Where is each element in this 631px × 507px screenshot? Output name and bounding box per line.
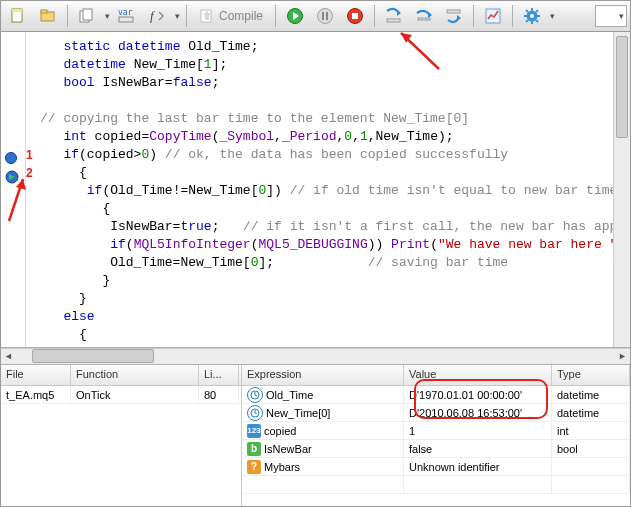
step-out-button[interactable] [440,2,468,30]
svg-rect-18 [425,18,430,20]
svg-rect-1 [12,9,22,12]
cell-expression: bIsNewBar [242,440,404,458]
cell-type: int [552,422,630,440]
editor-vertical-scrollbar[interactable] [613,32,630,346]
watch-pane: Expression Value Type Old_TimeD'1970.01.… [242,365,630,506]
settings-dropdown-arrow[interactable]: ▾ [548,11,556,21]
debug-panels: File Function Li... t_EA.mq5OnTick80 Exp… [1,364,630,506]
svg-line-27 [526,10,528,12]
cell-line: 80 [199,386,239,404]
svg-rect-13 [326,12,328,20]
call-stack-body[interactable]: t_EA.mq5OnTick80 [1,386,241,506]
svg-rect-5 [83,9,92,20]
toolbar-separator [186,5,187,27]
toolbar-separator [275,5,276,27]
watch-row-empty[interactable] [242,476,630,494]
watch-row[interactable]: ?MybarsUnknown identifier [242,458,630,476]
svg-line-29 [536,10,538,12]
cell-type: bool [552,440,630,458]
editor-gutter[interactable] [1,32,26,346]
cell-type: datetime [552,404,630,422]
settings-button[interactable] [518,2,546,30]
cell-function: OnTick [71,386,199,404]
compile-button[interactable]: Compile [192,2,270,30]
watch-row[interactable]: Old_TimeD'1970.01.01 00:00:00'datetime [242,386,630,404]
svg-text:var: var [118,8,133,17]
editor-horizontal-scrollbar[interactable]: ◄ ► [1,348,630,364]
execution-marker[interactable] [5,170,19,184]
watch-row[interactable]: bIsNewBarfalsebool [242,440,630,458]
copy-dropdown-arrow[interactable]: ▾ [103,11,111,21]
scroll-right-arrow[interactable]: ► [615,349,630,364]
bool-icon: b [247,442,261,456]
chart-button[interactable] [479,2,507,30]
cell-file: t_EA.mq5 [1,386,71,404]
svg-rect-16 [387,19,400,22]
svg-point-11 [318,9,333,24]
toolbar-separator [473,5,474,27]
function-button[interactable]: f [143,2,171,30]
call-stack-pane: File Function Li... t_EA.mq5OnTick80 [1,365,242,506]
col-file[interactable]: File [1,365,71,385]
cell-expression: New_Time[0] [242,404,404,422]
code-text[interactable]: static datetime Old_Time; datetime New_T… [26,32,613,346]
toolbar-separator [67,5,68,27]
stop-button[interactable] [341,2,369,30]
cell-expression: Old_Time [242,386,404,404]
svg-rect-15 [352,13,358,19]
cell-value: D'1970.01.01 00:00:00' [404,386,552,404]
cell-value: Unknown identifier [404,458,552,476]
cell-expression: ?Mybars [242,458,404,476]
breakpoint-marker[interactable] [5,152,19,166]
var-button[interactable]: var [113,2,141,30]
svg-point-22 [530,14,534,18]
cell-expression: 123copied [242,422,404,440]
call-stack-header: File Function Li... [1,365,241,386]
toolbar-separator [512,5,513,27]
main-toolbar: ▾ var f ▾ Compile ▾ ▾ [1,1,630,32]
function-dropdown-arrow[interactable]: ▾ [173,11,181,21]
call-stack-row[interactable]: t_EA.mq5OnTick80 [1,386,241,404]
step-into-button[interactable] [380,2,408,30]
compile-icon [199,8,215,24]
svg-rect-12 [322,12,324,20]
watch-body[interactable]: Old_TimeD'1970.01.01 00:00:00'datetimeNe… [242,386,630,506]
svg-rect-7 [119,17,133,22]
ide-window: ▾ var f ▾ Compile ▾ ▾ [0,0,631,507]
svg-text:f: f [150,8,156,23]
annotation-label-1: 1 [26,148,33,162]
compile-label: Compile [219,9,263,23]
scroll-left-arrow[interactable]: ◄ [1,349,16,364]
watch-row[interactable]: 123copied1int [242,422,630,440]
col-expression[interactable]: Expression [242,365,404,385]
annotation-label-2: 2 [26,166,33,180]
open-file-button[interactable] [34,2,62,30]
svg-line-30 [526,20,528,22]
watch-row[interactable]: New_Time[0]D'2010.06.08 16:53:00'datetim… [242,404,630,422]
svg-rect-3 [41,10,47,13]
new-file-button[interactable] [4,2,32,30]
step-over-button[interactable] [410,2,438,30]
col-value[interactable]: Value [404,365,552,385]
cell-type: datetime [552,386,630,404]
col-function[interactable]: Function [71,365,199,385]
unknown-icon: ? [247,460,261,474]
int-icon: 123 [247,424,261,438]
cell-type [552,458,630,476]
col-type[interactable]: Type [552,365,630,385]
copy-button[interactable] [73,2,101,30]
svg-line-28 [536,20,538,22]
run-button[interactable] [281,2,309,30]
toolbar-combo[interactable]: ▾ [595,5,627,27]
watch-header: Expression Value Type [242,365,630,386]
datetime-icon [247,387,263,403]
cell-value: D'2010.06.08 16:53:00' [404,404,552,422]
svg-rect-17 [418,18,423,20]
cell-value: 1 [404,422,552,440]
code-editor: static datetime Old_Time; datetime New_T… [1,32,630,347]
datetime-icon [247,405,263,421]
cell-value: false [404,440,552,458]
svg-rect-19 [447,10,460,13]
col-line[interactable]: Li... [199,365,239,385]
pause-button[interactable] [311,2,339,30]
